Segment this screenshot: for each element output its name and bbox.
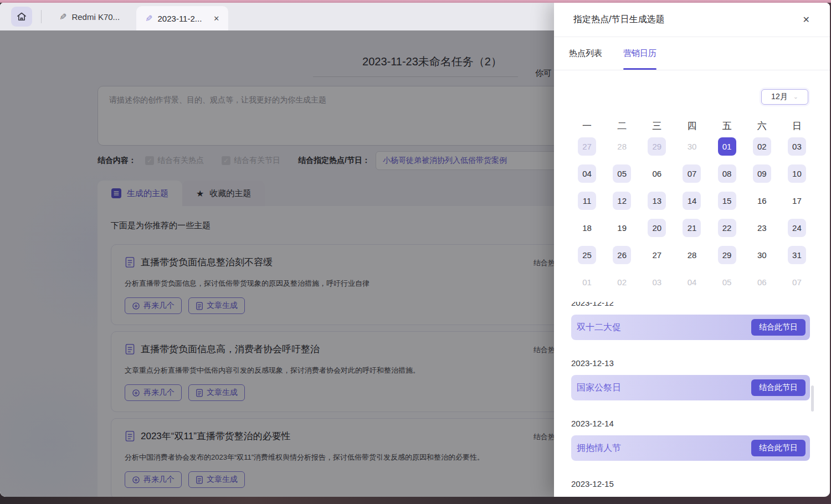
calendar-grid: 2728293001020304050607080910111213141516… xyxy=(570,137,814,291)
use-festival-button[interactable]: 结合此节日 xyxy=(751,379,806,396)
calendar-day[interactable]: 15 xyxy=(718,192,736,210)
tab-redmi-label: Redmi K70... xyxy=(71,12,120,22)
calendar-day[interactable]: 22 xyxy=(718,219,736,237)
home-button[interactable] xyxy=(11,7,32,27)
calendar-day[interactable]: 27 xyxy=(648,246,666,264)
calendar-day[interactable]: 04 xyxy=(683,273,701,291)
calendar-day[interactable]: 19 xyxy=(613,219,631,237)
tab-marketing-calendar[interactable]: 营销日历 xyxy=(623,37,656,70)
weekday-label: 六 xyxy=(757,120,767,132)
calendar-weekday-header: 一二三四五六日 xyxy=(570,120,814,132)
tab-task-label: 2023-11-2... xyxy=(158,14,202,23)
calendar-day[interactable]: 20 xyxy=(648,219,666,237)
festival-list: 2023-12-12 双十二大促 结合此节日 2023-12-13 国家公祭日 … xyxy=(571,302,810,497)
festival-card: 拥抱情人节 结合此节日 xyxy=(571,435,810,461)
weekday-label: 三 xyxy=(652,120,661,132)
drawer-tabs: 热点列表 营销日历 xyxy=(554,37,830,70)
tab-hot-list[interactable]: 热点列表 xyxy=(569,37,602,70)
calendar-day[interactable]: 05 xyxy=(613,164,631,183)
month-select[interactable]: 12月 ⌄ xyxy=(761,89,808,105)
calendar-day[interactable]: 17 xyxy=(788,192,806,210)
calendar-day[interactable]: 30 xyxy=(683,137,701,156)
weekday-label: 日 xyxy=(792,120,802,132)
festival-date: 2023-12-12 xyxy=(571,302,810,308)
calendar-day[interactable]: 10 xyxy=(788,164,806,183)
calendar-day[interactable]: 16 xyxy=(753,192,771,210)
calendar-day[interactable]: 01 xyxy=(578,273,596,291)
calendar-day[interactable]: 09 xyxy=(753,164,771,183)
calendar-day[interactable]: 12 xyxy=(613,192,631,210)
festival-group: 2023-12-14 拥抱情人节 结合此节日 xyxy=(571,419,810,461)
calendar-day[interactable]: 11 xyxy=(578,192,596,210)
weekday-label: 四 xyxy=(687,120,696,132)
tab-task[interactable]: ✎ 2023-11-2... ✕ xyxy=(136,6,228,30)
weekday-label: 五 xyxy=(722,120,732,132)
calendar-day[interactable]: 27 xyxy=(578,137,596,156)
calendar-day[interactable]: 14 xyxy=(683,192,701,210)
festival-drawer: 指定热点/节日生成选题 ✕ 热点列表 营销日历 12月 ⌄ 一二三四五六日 27… xyxy=(554,3,830,497)
use-festival-button[interactable]: 结合此节日 xyxy=(751,319,806,336)
festival-name: 拥抱情人节 xyxy=(577,443,621,454)
festival-name: 双十二大促 xyxy=(577,322,621,333)
weekday-label: 一 xyxy=(582,120,592,132)
calendar-day[interactable]: 18 xyxy=(578,219,596,237)
festival-card: 双十二大促 结合此节日 xyxy=(571,315,810,340)
calendar-day[interactable]: 21 xyxy=(683,219,701,237)
calendar-day[interactable]: 24 xyxy=(788,219,806,237)
drawer-scrollbar-thumb[interactable] xyxy=(811,385,814,412)
calendar-day[interactable]: 26 xyxy=(613,246,631,264)
festival-date: 2023-12-13 xyxy=(571,358,810,368)
calendar-day[interactable]: 07 xyxy=(788,273,806,291)
edit-icon: ✎ xyxy=(59,12,66,22)
calendar-day[interactable]: 03 xyxy=(648,273,666,291)
calendar-day[interactable]: 05 xyxy=(718,273,736,291)
calendar-day[interactable]: 25 xyxy=(578,246,596,264)
calendar-day[interactable]: 07 xyxy=(683,164,701,183)
festival-group: 2023-12-15 xyxy=(571,479,810,489)
calendar-day[interactable]: 03 xyxy=(788,137,806,156)
calendar-day[interactable]: 28 xyxy=(683,246,701,264)
close-tab-icon[interactable]: ✕ xyxy=(213,14,219,23)
tab-redmi[interactable]: ✎ Redmi K70... xyxy=(50,3,129,30)
app-window: ✎ Redmi K70... ✎ 2023-11-2... ✕ 2023-11-… xyxy=(0,3,830,497)
festival-group: 2023-12-13 国家公祭日 结合此节日 xyxy=(571,358,810,400)
calendar-day[interactable]: 01 xyxy=(718,137,736,156)
use-festival-button[interactable]: 结合此节日 xyxy=(751,440,806,456)
weekday-label: 二 xyxy=(617,120,627,132)
tabbar-divider xyxy=(41,10,42,23)
drawer-title: 指定热点/节日生成选题 xyxy=(573,14,664,25)
calendar-day[interactable]: 29 xyxy=(648,137,666,156)
month-select-value: 12月 xyxy=(771,92,788,102)
calendar-day[interactable]: 31 xyxy=(788,246,806,264)
calendar-day[interactable]: 02 xyxy=(613,273,631,291)
edit-icon: ✎ xyxy=(145,13,152,24)
calendar-day[interactable]: 02 xyxy=(753,137,771,156)
calendar-day[interactable]: 06 xyxy=(648,164,666,183)
chevron-down-icon: ⌄ xyxy=(793,94,798,100)
calendar-day[interactable]: 04 xyxy=(578,164,596,183)
calendar-day[interactable]: 23 xyxy=(753,219,771,237)
calendar-day[interactable]: 08 xyxy=(718,164,736,183)
festival-date: 2023-12-15 xyxy=(571,479,810,489)
drawer-header: 指定热点/节日生成选题 ✕ xyxy=(554,3,830,37)
calendar-day[interactable]: 28 xyxy=(613,137,631,156)
close-drawer-icon[interactable]: ✕ xyxy=(803,14,810,25)
festival-name: 国家公祭日 xyxy=(577,382,621,394)
calendar-day[interactable]: 13 xyxy=(648,192,666,210)
calendar-day[interactable]: 29 xyxy=(718,246,736,264)
festival-group: 2023-12-12 双十二大促 结合此节日 xyxy=(571,302,810,340)
festival-date: 2023-12-14 xyxy=(571,419,810,429)
festival-card: 国家公祭日 结合此节日 xyxy=(571,375,810,400)
calendar-day[interactable]: 30 xyxy=(753,246,771,264)
calendar-day[interactable]: 06 xyxy=(753,273,771,291)
home-icon xyxy=(16,11,27,22)
